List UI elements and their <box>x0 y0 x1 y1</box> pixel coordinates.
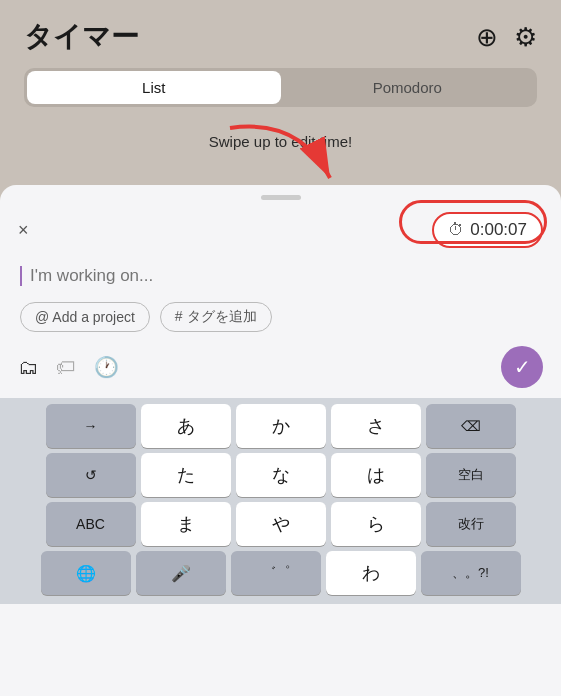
keyboard-row-4: 🌐 🎤 ゛゜ わ 、。?! <box>4 551 557 595</box>
key-punctuation[interactable]: 、。?! <box>421 551 521 595</box>
pull-handle <box>261 195 301 200</box>
tab-pomodoro[interactable]: Pomodoro <box>281 71 535 104</box>
key-ka[interactable]: か <box>236 404 326 448</box>
sheet-header: × ⏱ 0:00:07 <box>0 212 561 256</box>
key-mic[interactable]: 🎤 <box>136 551 226 595</box>
add-project-button[interactable]: @ Add a project <box>20 302 150 332</box>
settings-icon[interactable]: ⚙ <box>514 22 537 53</box>
key-sa[interactable]: さ <box>331 404 421 448</box>
task-input-area <box>0 256 561 294</box>
add-tag-button[interactable]: # タグを追加 <box>160 302 272 332</box>
tag-buttons: @ Add a project # タグを追加 <box>0 294 561 340</box>
key-wa[interactable]: わ <box>326 551 416 595</box>
key-arrow[interactable]: → <box>46 404 136 448</box>
keyboard-area: → あ か さ ⌫ ↺ た な は 空白 ABC ま や ら 改行 🌐 🎤 ゛゜… <box>0 398 561 604</box>
swipe-banner: Swipe up to edit time! <box>0 119 561 160</box>
key-backspace[interactable]: ⌫ <box>426 404 516 448</box>
clock-icon: ⏱ <box>448 221 464 239</box>
bottom-sheet: × ⏱ 0:00:07 @ Add a project # タグを追加 🗂 🏷 … <box>0 185 561 696</box>
close-button[interactable]: × <box>18 221 29 239</box>
tabs-container: List Pomodoro <box>0 68 561 119</box>
keyboard-row-3: ABC ま や ら 改行 <box>4 502 557 546</box>
keyboard-row-1: → あ か さ ⌫ <box>4 404 557 448</box>
timer-badge: ⏱ 0:00:07 <box>432 212 543 248</box>
task-input[interactable] <box>20 266 541 286</box>
tag-icon[interactable]: 🏷 <box>56 356 76 379</box>
key-globe[interactable]: 🌐 <box>41 551 131 595</box>
check-icon: ✓ <box>514 355 531 379</box>
submit-button[interactable]: ✓ <box>501 346 543 388</box>
toolbar-row: 🗂 🏷 🕐 ✓ <box>0 340 561 398</box>
app-title: タイマー <box>24 18 139 56</box>
tabs: List Pomodoro <box>24 68 537 107</box>
key-ma[interactable]: ま <box>141 502 231 546</box>
key-undo[interactable]: ↺ <box>46 453 136 497</box>
key-ta[interactable]: た <box>141 453 231 497</box>
header-icons: ⊕ ⚙ <box>476 22 537 53</box>
app-header: タイマー ⊕ ⚙ <box>0 0 561 68</box>
key-ya[interactable]: や <box>236 502 326 546</box>
key-enter[interactable]: 改行 <box>426 502 516 546</box>
key-ra[interactable]: ら <box>331 502 421 546</box>
key-na[interactable]: な <box>236 453 326 497</box>
add-icon[interactable]: ⊕ <box>476 22 498 53</box>
toolbar-left: 🗂 🏷 🕐 <box>18 355 119 379</box>
folder-icon[interactable]: 🗂 <box>18 356 38 379</box>
keyboard-row-2: ↺ た な は 空白 <box>4 453 557 497</box>
clock-toolbar-icon[interactable]: 🕐 <box>94 355 119 379</box>
key-abc[interactable]: ABC <box>46 502 136 546</box>
timer-value: 0:00:07 <box>470 220 527 240</box>
key-dakuten[interactable]: ゛゜ <box>231 551 321 595</box>
tab-list[interactable]: List <box>27 71 281 104</box>
key-ha[interactable]: は <box>331 453 421 497</box>
key-space[interactable]: 空白 <box>426 453 516 497</box>
key-a[interactable]: あ <box>141 404 231 448</box>
